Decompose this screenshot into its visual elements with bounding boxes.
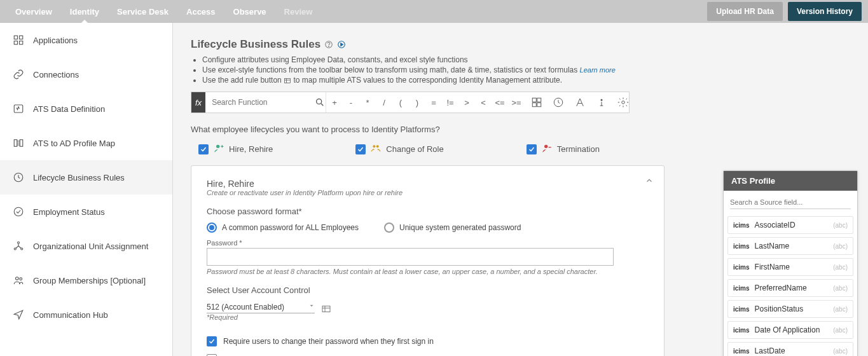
svg-rect-30 bbox=[322, 306, 330, 312]
ats-field-item[interactable]: icimsLastName(abc) bbox=[727, 237, 853, 255]
version-history-button[interactable]: Version History bbox=[788, 2, 862, 21]
check-icon bbox=[13, 206, 24, 217]
radio-unique-password[interactable]: Unique system generated password bbox=[384, 222, 521, 233]
ats-field-item[interactable]: icimsLastDate(abc) bbox=[727, 342, 853, 356]
search-icon[interactable] bbox=[313, 92, 326, 113]
learn-more-link[interactable]: Learn more bbox=[580, 66, 616, 74]
group-icon bbox=[13, 275, 24, 286]
svg-rect-1 bbox=[20, 36, 23, 39]
sidebar-item-label: Connections bbox=[33, 70, 79, 79]
svg-point-29 bbox=[544, 145, 548, 148]
sidebar-item-label: Employment Status bbox=[33, 207, 105, 217]
svg-point-26 bbox=[216, 145, 219, 148]
checkbox-checked-icon bbox=[355, 144, 366, 154]
svg-point-12 bbox=[16, 277, 19, 280]
sidebar-item-lifecycle-business-rules[interactable]: Lifecycle Business Rules bbox=[0, 160, 172, 195]
ats-field-item[interactable]: icimsPositionStatus(abc) bbox=[727, 300, 853, 318]
ats-search-input[interactable] bbox=[730, 196, 851, 209]
radio-unchecked-icon bbox=[384, 222, 394, 233]
collapse-button[interactable] bbox=[645, 176, 654, 187]
sidebar-item-employment-status[interactable]: Employment Status bbox=[0, 195, 172, 229]
sidebar-item-connections[interactable]: Connections bbox=[0, 57, 172, 92]
card-subtitle: Create or reactivate user in Identity Pl… bbox=[207, 189, 649, 196]
search-function-input[interactable] bbox=[205, 92, 313, 113]
sidebar-item-ats-data-definition[interactable]: ATS Data Definition bbox=[0, 92, 172, 126]
sidebar-item-ou-assignment[interactable]: Organizational Unit Assignment bbox=[0, 229, 172, 263]
password-hint: Password must be at least 8 characters. … bbox=[207, 268, 649, 275]
add-rule-icon[interactable] bbox=[321, 301, 331, 316]
svg-rect-0 bbox=[14, 36, 17, 39]
ats-field-item[interactable]: icimsDate Of Application(abc) bbox=[727, 321, 853, 339]
upload-hr-data-button[interactable]: Upload HR Data bbox=[707, 2, 783, 21]
send-icon bbox=[13, 309, 24, 320]
radio-common-password[interactable]: A common password for ALL Employees bbox=[207, 222, 359, 233]
icims-logo: icims bbox=[733, 348, 750, 355]
play-icon[interactable] bbox=[337, 40, 346, 49]
tab-identity[interactable]: Identity bbox=[61, 1, 108, 23]
svg-rect-2 bbox=[14, 41, 17, 44]
checkbox-disabled-state[interactable]: Create the account in disabled state bbox=[207, 350, 649, 356]
sidebar-item-label: ATS to AD Profile Map bbox=[33, 139, 115, 148]
op-multiply[interactable]: * bbox=[359, 98, 376, 107]
tab-access[interactable]: Access bbox=[177, 1, 224, 23]
op-gt[interactable]: > bbox=[458, 98, 475, 107]
op-equals[interactable]: = bbox=[425, 98, 442, 107]
op-divide[interactable]: / bbox=[376, 98, 392, 107]
op-lte[interactable]: <= bbox=[492, 98, 508, 107]
ats-panel-title: ATS Profile bbox=[724, 171, 857, 191]
svg-rect-3 bbox=[20, 41, 23, 44]
op-close-paren[interactable]: ) bbox=[409, 98, 425, 107]
tab-review[interactable]: Review bbox=[275, 1, 322, 23]
svg-rect-6 bbox=[20, 140, 23, 147]
sidebar-item-group-memberships[interactable]: Group Memberships [Optional] bbox=[0, 263, 172, 298]
op-lt[interactable]: < bbox=[475, 98, 492, 107]
checkbox-checked-icon bbox=[198, 144, 209, 154]
lifecycle-icon bbox=[13, 172, 24, 183]
ats-field-item[interactable]: icimsPreferredName(abc) bbox=[727, 279, 853, 297]
icims-logo: icims bbox=[733, 222, 750, 229]
fx-button[interactable]: fx bbox=[191, 92, 205, 113]
topbar-tabs: Overview Identity Service Desk Access Ob… bbox=[6, 1, 321, 23]
sidebar-item-applications[interactable]: Applications bbox=[0, 23, 172, 57]
math-icon[interactable] bbox=[531, 97, 542, 108]
lifecycle-question: What employee lifecycles you want to pro… bbox=[191, 125, 850, 134]
sidebar-item-label: Group Memberships [Optional] bbox=[33, 276, 146, 285]
radio-checked-icon bbox=[207, 222, 217, 233]
settings-icon[interactable] bbox=[617, 97, 629, 108]
sidebar-item-communication-hub[interactable]: Communication Hub bbox=[0, 298, 172, 332]
uac-select[interactable]: 512 (Account Enabled) bbox=[207, 301, 315, 313]
help-icon[interactable] bbox=[324, 40, 333, 49]
lifecycle-hire[interactable]: Hire, Rehire bbox=[198, 143, 273, 155]
info-icon[interactable] bbox=[596, 97, 607, 108]
ats-field-item[interactable]: icimsAssociateID(abc) bbox=[727, 216, 853, 234]
svg-rect-17 bbox=[285, 78, 291, 83]
clock-icon[interactable] bbox=[553, 97, 564, 108]
user-swap-icon bbox=[371, 143, 381, 155]
svg-rect-20 bbox=[537, 98, 541, 102]
password-input[interactable] bbox=[207, 248, 614, 266]
sidebar-item-ats-ad-profile-map[interactable]: ATS to AD Profile Map bbox=[0, 126, 172, 160]
tab-overview[interactable]: Overview bbox=[6, 1, 61, 23]
op-not-equals[interactable]: != bbox=[442, 98, 458, 107]
op-plus[interactable]: + bbox=[326, 98, 343, 107]
svg-rect-21 bbox=[532, 103, 536, 107]
lifecycle-change-role[interactable]: Change of Role bbox=[355, 143, 443, 155]
operator-buttons: + - * / ( ) = != > < <= >= bbox=[326, 92, 525, 113]
tab-observe[interactable]: Observe bbox=[224, 1, 275, 23]
text-icon[interactable] bbox=[574, 97, 586, 108]
definition-icon bbox=[13, 103, 24, 114]
icims-logo: icims bbox=[733, 306, 750, 313]
lifecycle-termination[interactable]: Termination bbox=[527, 143, 600, 155]
checkbox-require-password-change[interactable]: Require users to change their password w… bbox=[207, 332, 649, 350]
op-open-paren[interactable]: ( bbox=[392, 98, 409, 107]
card-title: Hire, Rehire bbox=[207, 179, 649, 189]
op-minus[interactable]: - bbox=[343, 98, 359, 107]
checkbox-checked-icon bbox=[527, 144, 537, 154]
topbar: Overview Identity Service Desk Access Ob… bbox=[0, 0, 868, 23]
sidebar: Applications Connections ATS Data Defini… bbox=[0, 23, 173, 356]
link-icon bbox=[13, 69, 24, 80]
ats-field-item[interactable]: icimsFirstName(abc) bbox=[727, 258, 853, 276]
tab-service-desk[interactable]: Service Desk bbox=[108, 1, 177, 23]
op-gte[interactable]: >= bbox=[508, 98, 525, 107]
ats-profile-panel: ATS Profile icimsAssociateID(abc)icimsLa… bbox=[723, 170, 858, 356]
